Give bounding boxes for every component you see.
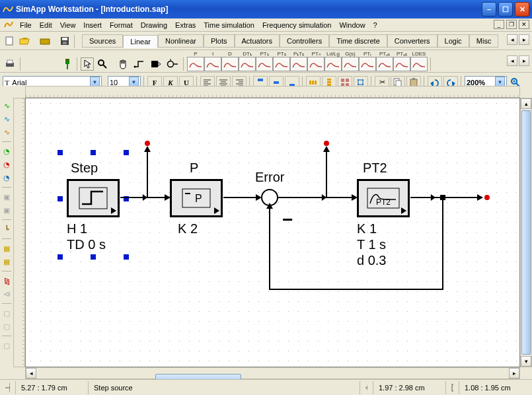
menu-extras[interactable]: Extras bbox=[175, 21, 196, 29]
junction-button[interactable] bbox=[165, 57, 180, 71]
cat-controllers[interactable]: Controllers bbox=[280, 34, 329, 48]
mdi-minimize-button[interactable]: _ bbox=[494, 20, 504, 29]
save-button[interactable] bbox=[58, 34, 71, 48]
palette-ptₐ₂[interactable]: PTₐ₂ bbox=[393, 57, 410, 71]
wire-tool-button[interactable] bbox=[132, 57, 147, 71]
probe-point[interactable] bbox=[145, 141, 150, 146]
menu-format[interactable]: Format bbox=[110, 21, 133, 29]
scroll-up-button[interactable]: ▴ bbox=[521, 98, 531, 109]
blank-2-icon[interactable]: ▢ bbox=[1, 321, 12, 332]
menu-freq-sim[interactable]: Frequency simulation bbox=[262, 21, 332, 29]
wire[interactable] bbox=[442, 198, 443, 290]
menu-window[interactable]: Window bbox=[339, 21, 365, 29]
stack-back-icon[interactable]: ▣ bbox=[1, 192, 12, 202]
palette-ptₐ₁[interactable]: PTₐ₁ bbox=[376, 57, 393, 71]
cat-scroll-left[interactable]: ◂ bbox=[507, 34, 517, 45]
flip-v-icon[interactable]: ⧏ bbox=[1, 289, 12, 299]
palette-pt₂[interactable]: PT₂ bbox=[273, 57, 290, 71]
palette-scroll-left[interactable]: ◂ bbox=[507, 55, 517, 66]
maximize-button[interactable]: ☐ bbox=[498, 2, 513, 17]
canvas[interactable]: Step H 1 TD 0 s P P K 2 Error bbox=[25, 98, 520, 367]
mdi-close-button[interactable]: ✕ bbox=[519, 20, 529, 29]
palette-i[interactable]: I bbox=[204, 57, 221, 71]
output-point[interactable] bbox=[484, 195, 490, 200]
selection-handle[interactable] bbox=[57, 196, 63, 201]
wire[interactable] bbox=[223, 197, 260, 198]
menu-edit[interactable]: Edit bbox=[40, 21, 52, 29]
mdi-restore-button[interactable]: ❐ bbox=[506, 20, 517, 29]
palette-ldes[interactable]: LDES bbox=[410, 57, 428, 71]
wire[interactable] bbox=[410, 197, 482, 198]
cat-sources[interactable]: Sources bbox=[82, 34, 123, 48]
flip-h-icon[interactable]: ⧎ bbox=[1, 275, 12, 286]
close-button[interactable]: ✕ bbox=[515, 2, 529, 17]
blank-3-icon[interactable]: ▢ bbox=[1, 340, 12, 351]
selection-handle[interactable] bbox=[124, 150, 129, 155]
open-file-button[interactable] bbox=[17, 34, 32, 48]
palette-g(s)[interactable]: G(s) bbox=[342, 57, 359, 71]
stack-front-icon[interactable]: ▣ bbox=[1, 205, 12, 215]
time-plot-icon[interactable]: ∿ bbox=[1, 114, 12, 124]
selection-handle[interactable] bbox=[57, 150, 63, 155]
selection-handle[interactable] bbox=[124, 254, 129, 260]
step-block[interactable] bbox=[67, 179, 120, 217]
menu-help[interactable]: ? bbox=[373, 21, 377, 29]
palette-ld/lg[interactable]: Ld/Lg bbox=[324, 57, 342, 71]
vertical-scrollbar[interactable]: ▴ ▾ bbox=[520, 98, 532, 367]
probe[interactable] bbox=[326, 151, 327, 198]
palette-ptₜ[interactable]: PTₜ bbox=[359, 57, 376, 71]
cat-converters[interactable]: Converters bbox=[387, 34, 437, 48]
freq-plot-icon[interactable]: ∿ bbox=[1, 127, 12, 137]
selection-handle[interactable] bbox=[91, 150, 96, 155]
cat-logic[interactable]: Logic bbox=[437, 34, 469, 48]
cat-misc[interactable]: Misc bbox=[469, 34, 499, 48]
palette-pt₁[interactable]: PT₁ bbox=[256, 57, 273, 71]
palette-d[interactable]: D bbox=[221, 57, 239, 71]
run-sine-icon[interactable]: ∿ bbox=[1, 100, 12, 111]
menu-time-sim[interactable]: Time simulation bbox=[204, 21, 254, 29]
menu-file[interactable]: File bbox=[20, 21, 32, 29]
clock-blue-icon[interactable]: ◔ bbox=[1, 172, 12, 183]
group-icon[interactable]: ▦ bbox=[1, 243, 12, 254]
open-folder-button[interactable] bbox=[38, 34, 52, 48]
cat-scroll-right[interactable]: ▸ bbox=[519, 34, 529, 45]
probe[interactable] bbox=[147, 151, 148, 198]
scroll-thumb[interactable] bbox=[521, 110, 531, 355]
cat-actuators[interactable]: Actuators bbox=[235, 34, 280, 48]
cat-linear[interactable]: Linear bbox=[123, 35, 158, 48]
menu-drawing[interactable]: Drawing bbox=[141, 21, 167, 29]
pointer-tool-button[interactable] bbox=[81, 57, 94, 71]
wire[interactable] bbox=[270, 289, 443, 290]
cat-plots[interactable]: Plots bbox=[204, 34, 234, 48]
horizontal-scrollbar[interactable]: ◂ ▸ bbox=[25, 367, 520, 379]
menu-view[interactable]: View bbox=[60, 21, 76, 29]
clock-red-icon[interactable]: ◔ bbox=[1, 159, 12, 170]
wire[interactable] bbox=[269, 207, 270, 290]
pt2-block[interactable]: PT2 bbox=[357, 179, 410, 217]
ungroup-icon[interactable]: ▦ bbox=[1, 256, 12, 267]
clock-green-icon[interactable]: ◔ bbox=[1, 146, 12, 157]
cat-time-discrete[interactable]: Time discrete bbox=[329, 34, 387, 48]
palette-dt₁[interactable]: DT₁ bbox=[239, 57, 256, 71]
scroll-right-button[interactable]: ▸ bbox=[509, 368, 519, 378]
palette-ptₙ[interactable]: PTₙ bbox=[307, 57, 324, 71]
menu-insert[interactable]: Insert bbox=[83, 21, 102, 29]
selection-handle[interactable] bbox=[57, 254, 63, 260]
blank-1-icon[interactable]: ▢ bbox=[1, 308, 12, 318]
hierarchy-icon[interactable]: ┗ bbox=[1, 224, 12, 234]
probe-point[interactable] bbox=[324, 141, 329, 146]
zoom-tool-button[interactable] bbox=[95, 57, 110, 71]
print-button[interactable] bbox=[3, 57, 17, 71]
probe-tool-button[interactable] bbox=[61, 57, 74, 71]
flip-block-button[interactable] bbox=[149, 57, 163, 71]
minimize-button[interactable]: – bbox=[482, 2, 496, 17]
pan-tool-button[interactable] bbox=[116, 57, 130, 71]
new-file-button[interactable] bbox=[3, 34, 16, 48]
scroll-left-button[interactable]: ◂ bbox=[26, 368, 36, 378]
palette-p[interactable]: P bbox=[187, 57, 204, 71]
scroll-down-button[interactable]: ▾ bbox=[521, 356, 531, 367]
wire[interactable] bbox=[278, 197, 356, 198]
palette-scroll-right[interactable]: ▸ bbox=[519, 55, 529, 66]
selection-handle[interactable] bbox=[91, 254, 96, 260]
palette-p₁t₂[interactable]: P₁T₂ bbox=[290, 57, 307, 71]
